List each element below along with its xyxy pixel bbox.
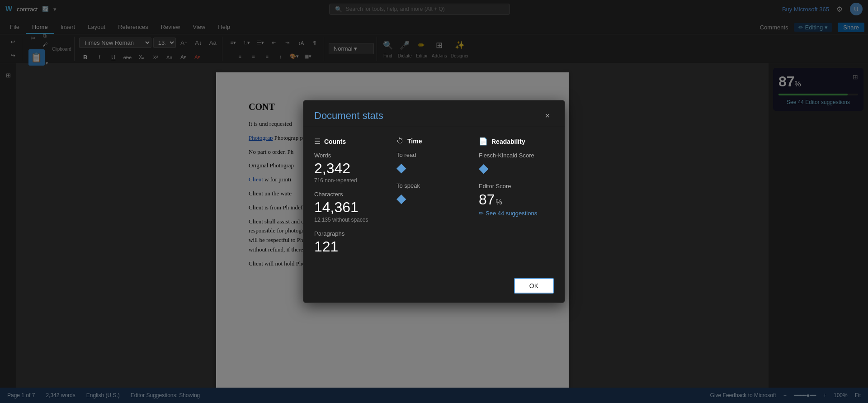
paragraphs-stat: Paragraphs 121 (314, 230, 389, 255)
ok-button[interactable]: OK (514, 278, 554, 294)
to-speak-label: To speak (396, 182, 472, 189)
counts-section: ☰ Counts Words 2,342 716 non-repeated Ch… (314, 137, 389, 262)
modal-header: Document stats × (303, 100, 565, 122)
characters-stat: Characters 14,361 12,135 without spaces (314, 191, 389, 223)
characters-sub: 12,135 without spaces (314, 217, 389, 223)
fk-score-diamond: ◆ (479, 161, 554, 175)
to-speak-stat: To speak ◆ (396, 182, 472, 206)
suggestions-edit-icon: ✏ (479, 210, 484, 217)
characters-label: Characters (314, 191, 389, 198)
readability-section: 📄 Readability Flesch-Kincaid Score ◆ Edi… (479, 137, 554, 262)
fk-score-stat: Flesch-Kincaid Score ◆ (479, 152, 554, 175)
to-read-stat: To read ◆ (396, 152, 472, 175)
counts-title: Counts (324, 138, 346, 145)
counts-icon: ☰ (314, 137, 321, 146)
time-title: Time (407, 137, 422, 145)
document-stats-modal: Document stats × ☰ Counts Words 2,342 71… (303, 100, 565, 303)
readability-title: Readability (491, 138, 525, 145)
words-label: Words (314, 152, 389, 159)
time-header: ⏱ Time (396, 137, 472, 145)
fk-score-label: Flesch-Kincaid Score (479, 152, 554, 159)
modal-title: Document stats (314, 110, 383, 122)
characters-value: 14,361 (314, 199, 389, 215)
words-stat: Words 2,342 716 non-repeated (314, 152, 389, 184)
readability-header: 📄 Readability (479, 137, 554, 146)
modal-overlay: Document stats × ☰ Counts Words 2,342 71… (0, 0, 868, 403)
see-suggestions-label: See 44 suggestions (486, 210, 537, 217)
editor-score-stat: Editor Score 87% ✏ See 44 suggestions (479, 183, 554, 217)
editor-score-modal-value: 87 (479, 191, 495, 208)
see-suggestions-link[interactable]: ✏ See 44 suggestions (479, 210, 554, 217)
editor-score-label: Editor Score (479, 183, 554, 190)
to-read-label: To read (396, 152, 472, 158)
time-section: ⏱ Time To read ◆ To speak ◆ (396, 137, 472, 262)
paragraphs-value: 121 (314, 239, 389, 255)
modal-close-button[interactable]: × (541, 109, 554, 122)
modal-footer: OK (303, 273, 565, 303)
counts-header: ☰ Counts (314, 137, 389, 146)
paragraphs-label: Paragraphs (314, 230, 389, 237)
modal-body: ☰ Counts Words 2,342 716 non-repeated Ch… (303, 130, 565, 273)
editor-score-modal-pct: % (496, 198, 502, 206)
readability-icon: 📄 (479, 137, 488, 146)
words-value: 2,342 (314, 161, 389, 176)
to-speak-diamond: ◆ (396, 191, 472, 206)
to-read-diamond: ◆ (396, 160, 472, 175)
time-icon: ⏱ (396, 137, 404, 145)
words-sub: 716 non-repeated (314, 177, 389, 184)
